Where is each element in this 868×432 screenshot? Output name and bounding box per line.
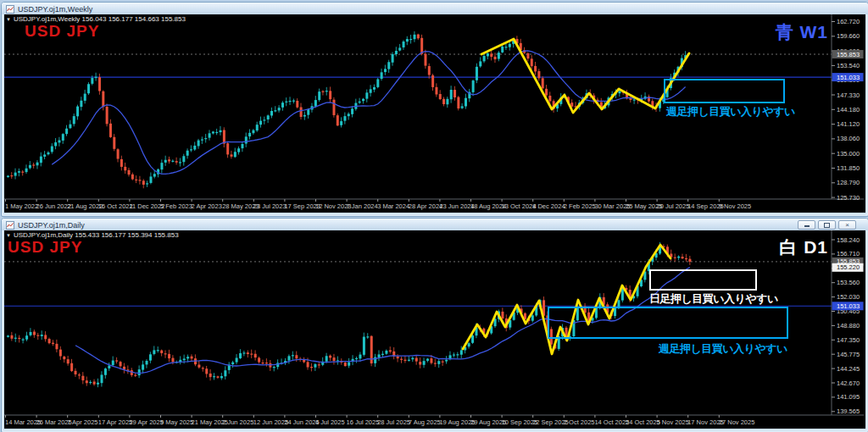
candle [113,134,115,151]
candle [231,151,233,158]
candle [241,141,243,152]
price-tick-label: 135.000 [837,150,860,158]
daily-title-bar[interactable]: USDJPY.oj1m,Daily × [2,219,868,230]
candle [254,350,257,360]
price-tick-label: 139.565 [837,407,860,415]
candle-body [326,91,328,91]
candle [95,73,97,81]
candle [224,366,226,379]
date-tick-label: 2 Oct 2025 [564,418,595,426]
candle-body [281,102,284,108]
candle-body [542,78,544,88]
candle-body [134,375,136,376]
price-axis[interactable]: 162.720159.660156.600153.540150.390147.3… [832,18,860,202]
candle-body [453,90,456,97]
candle-body [41,335,43,336]
candle-body [263,119,265,120]
candle-body [292,101,295,102]
date-tick-label: 12 Jun 2025 [253,418,288,426]
candle [204,134,207,142]
candle [472,80,475,96]
candle-body [384,69,387,72]
candle-body [168,354,170,358]
candle [450,86,453,103]
candle-body [236,358,238,363]
candle-body [191,357,193,359]
candle [124,163,126,174]
date-axis[interactable]: 1 May 202226 Jun 202221 Aug 202216 Oct 2… [5,199,751,210]
date-tick-label: 23 Jul 2023 [253,202,287,210]
candle [36,333,39,340]
candle [236,354,238,364]
weekly-chart-surface[interactable]: 162.720159.660156.600153.540150.390147.3… [4,14,865,213]
candle-body [501,312,504,318]
candle [409,35,412,44]
candle [198,139,200,149]
candle [231,361,234,368]
restore-button[interactable] [818,220,836,230]
price-badge-value: 151.033 [837,74,860,81]
candle-body [234,152,236,157]
candle-body [76,107,79,117]
daily-window-title: USDJPY.oj1m,Daily [18,221,794,230]
candle-body [460,350,463,354]
candle-body [160,351,163,353]
candle [363,333,365,357]
candle-body [202,368,204,368]
candle [333,354,336,365]
candle-body [397,357,399,358]
candle-body [471,335,474,343]
price-tick-label: 141.120 [837,120,860,128]
weekly-buy-zone-rect[interactable] [664,79,785,103]
candle-body [164,353,167,354]
price-badge-hline: 151.033 [832,302,864,310]
candle-body [385,351,387,354]
candle-body [403,42,405,47]
candle [10,332,13,341]
candle [209,369,212,380]
candle [59,346,62,360]
candle-body [348,363,350,366]
candle-body [14,173,17,176]
candle-body [446,99,448,104]
candle [126,365,129,374]
weekly-window-title: USDJPY.oj1m,Weekly [18,5,865,14]
candle [168,157,170,163]
daily-chart-surface[interactable]: 158.240156.710155.180153.560152.030150.4… [4,230,865,429]
candle-body [370,89,372,92]
candle-body [509,44,511,47]
candle [164,156,167,166]
candle [259,117,262,128]
window-usdjpy-weekly[interactable]: USDJPY.oj1m,Weekly 162.720159.660156.600… [1,2,868,217]
date-axis[interactable]: 14 Mar 202526 Mar 20257 Apr 202517 Apr 2… [5,415,754,426]
candle [7,335,9,337]
candle-body [84,94,86,101]
candle-body [14,338,17,339]
candle-body [420,38,423,54]
daily-buy-zone-rect[interactable] [649,269,757,291]
date-tick-label: 2 Jun 2025 [222,418,253,426]
candle [86,377,88,386]
price-badge-value: 155.853 [837,51,860,58]
candle [366,333,369,339]
candle-body [494,57,497,59]
candle-body [318,364,320,365]
candle [250,350,253,358]
candle-body [209,133,211,137]
candle [247,351,249,358]
candle [329,86,331,102]
window-usdjpy-daily[interactable]: USDJPY.oj1m,Daily × 158.240156.710155.18… [1,218,868,432]
candle-body [545,89,548,96]
candle-body [265,363,268,363]
symbol-dropdown-icon[interactable]: ▼ [6,17,11,22]
candle [70,359,73,372]
close-button[interactable]: × [838,220,856,230]
price-badge-value: 155.220 [837,263,860,271]
minimize-button[interactable] [798,220,815,230]
weekly-title-bar[interactable]: USDJPY.oj1m,Weekly [2,3,868,14]
candle [220,126,222,136]
candle [78,373,81,379]
weekly-buy-zone-rect-on-daily[interactable] [548,307,788,339]
candle-body [435,87,437,95]
candle [106,103,108,126]
